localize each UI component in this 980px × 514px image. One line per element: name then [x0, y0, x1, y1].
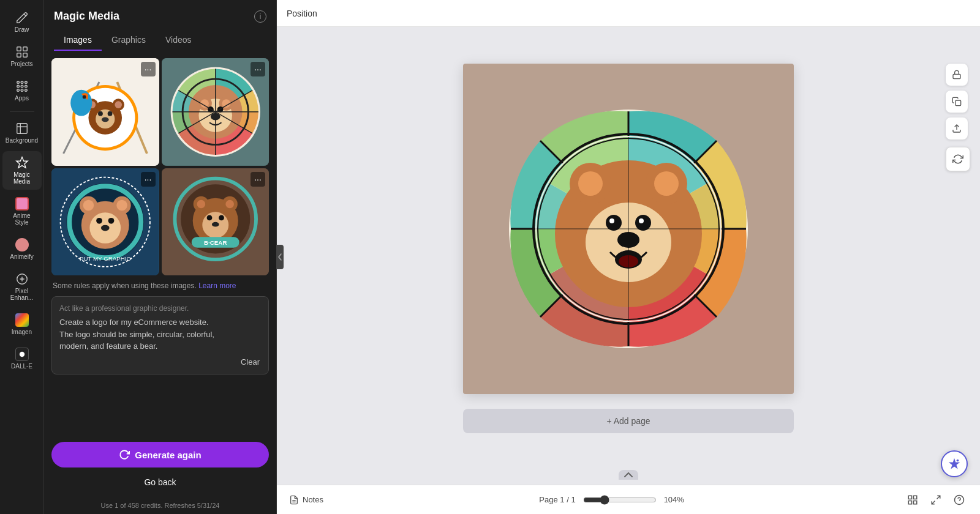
- fullscreen-icon: [930, 494, 941, 505]
- bear-logo-svg: [500, 100, 757, 357]
- credits-text: Use 1 of 458 credits. Refreshes 5/31/24: [44, 499, 276, 514]
- svg-point-71: [225, 199, 234, 208]
- icon-bar: Draw Projects Apps Background Magic Medi…: [0, 0, 44, 514]
- tab-videos[interactable]: Videos: [156, 30, 202, 51]
- sidebar-item-apps[interactable]: Apps: [2, 75, 42, 106]
- svg-rect-3: [23, 53, 26, 57]
- grid-item-2-menu[interactable]: ···: [251, 62, 265, 76]
- svg-rect-108: [908, 501, 911, 504]
- rules-text: Some rules apply when using these images…: [44, 275, 276, 296]
- notes-button[interactable]: Notes: [289, 495, 323, 505]
- svg-line-110: [937, 496, 940, 499]
- svg-point-88: [578, 171, 603, 196]
- learn-more-link[interactable]: Learn more: [198, 281, 236, 290]
- grid-item-1-menu[interactable]: ···: [141, 62, 156, 76]
- sidebar-item-dall-e[interactable]: DALL-E: [2, 343, 42, 374]
- sidebar-item-imagen[interactable]: Imagen: [2, 308, 42, 340]
- svg-rect-109: [914, 501, 917, 504]
- sidebar-item-magic-media[interactable]: Magic Media: [2, 151, 42, 190]
- svg-line-111: [932, 501, 935, 504]
- bottom-bar: Notes Page 1 / 1 104%: [277, 485, 980, 514]
- canvas-toolbar: Position: [277, 0, 980, 27]
- sidebar-item-imagen-label: Imagen: [12, 329, 32, 335]
- sidebar-item-draw[interactable]: Draw: [2, 6, 42, 38]
- clear-button[interactable]: Clear: [241, 356, 260, 368]
- refresh-icon-btn[interactable]: [946, 147, 970, 171]
- panel-scroll-area[interactable]: ···: [44, 51, 276, 436]
- copy-icon-btn[interactable]: [946, 91, 968, 113]
- generate-again-button[interactable]: Generate again: [51, 442, 269, 467]
- lock-icon-btn[interactable]: [946, 64, 968, 86]
- info-icon[interactable]: i: [254, 10, 266, 23]
- svg-marker-14: [16, 157, 27, 168]
- add-page-bar[interactable]: + Add page: [463, 409, 794, 433]
- tab-graphics[interactable]: Graphics: [102, 30, 156, 51]
- sidebar-item-dall-e-label: DALL-E: [11, 363, 32, 370]
- grid-item-2[interactable]: ···: [162, 58, 270, 166]
- tabs: Images Graphics Videos: [44, 23, 276, 51]
- sidebar-item-background-label: Background: [6, 137, 38, 144]
- grid-item-4-menu[interactable]: ···: [251, 172, 265, 187]
- sidebar-item-pixel-enhance[interactable]: Pixel Enhan...: [2, 267, 42, 306]
- svg-point-16: [19, 352, 24, 357]
- svg-point-6: [24, 81, 27, 84]
- notes-label: Notes: [303, 495, 323, 504]
- zoom-slider[interactable]: [583, 495, 657, 505]
- sidebar-item-anime-style[interactable]: Anime Style: [2, 192, 42, 231]
- sidebar-item-pixel-enhance-label: Pixel Enhan...: [6, 288, 38, 301]
- svg-rect-13: [17, 124, 27, 134]
- svg-point-11: [21, 89, 23, 92]
- sidebar-item-apps-label: Apps: [15, 95, 29, 102]
- sidebar-item-projects[interactable]: Projects: [2, 40, 42, 72]
- svg-rect-0: [17, 47, 20, 51]
- svg-point-95: [639, 218, 644, 223]
- grid-item-3-menu[interactable]: ···: [141, 172, 156, 187]
- svg-text:B·CEAR: B·CEAR: [204, 239, 227, 245]
- svg-point-57: [83, 199, 94, 210]
- canvas-right-icons: [946, 64, 970, 171]
- svg-rect-2: [17, 53, 20, 57]
- export-icon-btn[interactable]: [946, 117, 968, 140]
- canvas-workspace[interactable]: + Add page: [277, 27, 980, 514]
- go-back-button[interactable]: Go back: [51, 471, 269, 493]
- svg-point-59: [96, 217, 102, 223]
- help-button[interactable]: [951, 491, 968, 508]
- prompt-text: Create a logo for my eCommerce website. …: [59, 316, 261, 352]
- svg-point-31: [70, 90, 92, 116]
- fullscreen-button[interactable]: [927, 491, 944, 508]
- magic-star-icon: [948, 457, 961, 471]
- svg-point-61: [101, 225, 110, 231]
- svg-point-90: [654, 171, 679, 196]
- sidebar-item-magic-media-label: Magic Media: [6, 171, 38, 185]
- image-grid: ···: [44, 51, 276, 275]
- generate-icon: [119, 449, 130, 460]
- svg-text:PUT MY GRAPHIC: PUT MY GRAPHIC: [80, 255, 131, 262]
- svg-point-26: [102, 117, 109, 122]
- svg-point-73: [219, 215, 224, 220]
- sidebar-item-animeify[interactable]: Animeify: [2, 233, 42, 265]
- grid-item-3[interactable]: PUT MY GRAPHIC ···: [51, 168, 159, 276]
- chevron-up[interactable]: [619, 470, 638, 480]
- svg-point-30: [115, 101, 122, 108]
- svg-point-12: [24, 89, 27, 92]
- grid-icon: [907, 494, 918, 505]
- grid-item-4[interactable]: B·CEAR ···: [162, 168, 270, 276]
- sidebar-item-background[interactable]: Background: [2, 117, 42, 149]
- magic-star-button[interactable]: [941, 450, 968, 477]
- svg-point-4: [17, 81, 19, 84]
- svg-point-7: [17, 85, 19, 88]
- sidebar-divider-1: [10, 111, 34, 112]
- svg-point-5: [21, 81, 23, 84]
- svg-rect-1: [23, 47, 26, 51]
- svg-point-94: [609, 218, 614, 223]
- svg-point-70: [197, 199, 205, 208]
- panel: Magic Media i Images Graphics Videos: [44, 0, 277, 514]
- tab-images[interactable]: Images: [54, 30, 102, 51]
- grid-view-button[interactable]: [904, 491, 921, 508]
- zoom-level: 104%: [664, 495, 688, 504]
- collapse-handle[interactable]: [276, 245, 284, 269]
- svg-point-10: [17, 89, 19, 92]
- notes-icon: [289, 495, 299, 505]
- grid-item-1[interactable]: ···: [51, 58, 159, 166]
- canvas-frame[interactable]: [463, 64, 794, 394]
